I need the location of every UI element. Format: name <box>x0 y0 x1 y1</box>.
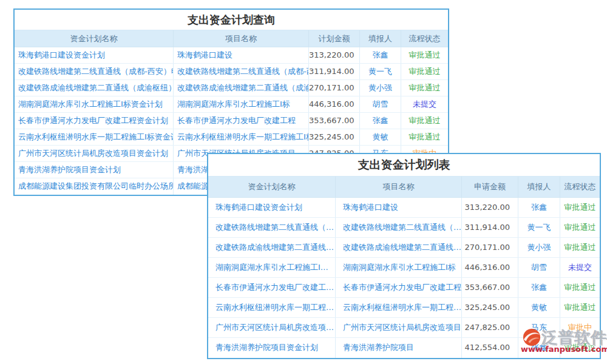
status-cell: 审批通过 <box>401 47 448 63</box>
plan-name-cell[interactable]: 改建铁路线增建第二线直通线（成都-西安）电力 <box>15 64 173 79</box>
table-row[interactable]: 湖南洞庭湖水库引水工程施工I标资金计划湖南洞庭湖水库引水工程施工I标446,31… <box>15 96 448 113</box>
project-name-cell[interactable]: 改建铁路成渝线增建第二直通线（成渝枢纽） <box>173 80 308 96</box>
reporter-cell: 黄小强 <box>518 238 560 257</box>
amount-cell: 412,554.00 <box>461 338 518 358</box>
reporter-cell: 黄敏 <box>359 129 401 145</box>
plan-name-cell[interactable]: 改建铁路线增建第二线直通线（成都-西安）电力 <box>208 218 335 237</box>
column-header: 流程状态 <box>560 177 600 197</box>
project-name-cell[interactable]: 珠海鹤港口建设 <box>173 47 308 63</box>
status-cell: 未提交 <box>401 96 448 112</box>
amount-cell: 353,667.00 <box>308 113 359 129</box>
reporter-cell: 黄一飞 <box>359 64 401 79</box>
amount-cell: 313,220.00 <box>308 47 359 63</box>
watermark-brand-row: 泛普软件 <box>521 328 607 346</box>
reporter-cell: 张鑫 <box>359 113 401 129</box>
status-cell: 审批通过 <box>560 238 600 257</box>
amount-cell: 353,667.00 <box>461 278 518 297</box>
fanpu-logo-icon <box>523 328 541 346</box>
status-cell: 审批通过 <box>560 218 600 237</box>
window-title: 支出资金计划查询 <box>15 10 448 30</box>
project-name-cell[interactable]: 长春市伊通河水力发电厂改建工程 <box>173 113 308 129</box>
column-header: 申请金额 <box>461 177 518 197</box>
amount-cell: 270,171.00 <box>461 238 518 257</box>
project-name-cell[interactable]: 改建铁路线增建第二线直通线（成都-西安） <box>335 218 461 237</box>
amount-cell: 325,245.00 <box>308 129 359 145</box>
plan-name-cell[interactable]: 云南水利枢纽潜明水库一期工程施工I标资金计划 <box>15 129 173 145</box>
amount-cell: 311,914.00 <box>461 218 518 237</box>
plan-name-cell[interactable]: 珠海鹤港口建设资金计划 <box>208 198 335 217</box>
plan-name-cell[interactable]: 湖南洞庭湖水库引水工程施工I标资金计划 <box>15 96 173 112</box>
amount-cell: 313,220.00 <box>461 198 518 217</box>
table-row[interactable]: 珠海鹤港口建设资金计划珠海鹤港口建设313,220.00张鑫审批通过 <box>208 198 600 218</box>
table-row[interactable]: 改建铁路线增建第二线直通线（成都-西安）电力改建铁路线增建第二线直通线（成都-西… <box>208 218 600 238</box>
watermark-brand: 泛普软件 <box>541 328 607 346</box>
column-header: 计划金额 <box>308 30 359 47</box>
status-cell: 审批通过 <box>560 278 600 297</box>
table-row[interactable]: 长春市伊通河水力发电厂改建工程资金计划长春市伊通河水力发电厂改建工程353,66… <box>15 113 448 129</box>
project-name-cell[interactable]: 改建铁路线增建第二线直通线（成都-西安） <box>173 64 308 79</box>
reporter-cell: 黄一飞 <box>518 218 560 237</box>
table-row[interactable]: 云南水利枢纽潜明水库一期工程施工I标资金计划云南水利枢纽潜明水库一期工程施工I标… <box>15 129 448 146</box>
plan-name-cell[interactable]: 长春市伊通河水力发电厂改建工程资金计划 <box>208 278 335 297</box>
project-name-cell[interactable]: 长春市伊通河水力发电厂改建工程 <box>335 278 461 297</box>
plan-name-cell[interactable]: 长春市伊通河水力发电厂改建工程资金计划 <box>15 113 173 129</box>
reporter-cell: 黄敏 <box>518 298 560 317</box>
plan-name-cell[interactable]: 青海洪湖养护院项目资金计划 <box>15 162 173 178</box>
reporter-cell: 胡雪 <box>518 258 560 277</box>
reporter-cell: 张鑫 <box>518 198 560 217</box>
project-name-cell[interactable]: 云南水利枢纽潜明水库一期工程施工I标 <box>335 298 461 317</box>
amount-cell: 311,914.00 <box>308 64 359 79</box>
table-row[interactable]: 云南水利枢纽潜明水库一期工程施工I标资金计划云南水利枢纽潜明水库一期工程施工I标… <box>208 298 600 318</box>
reporter-cell: 黄小强 <box>359 80 401 96</box>
column-header: 项目名称 <box>335 177 461 197</box>
project-name-cell[interactable]: 云南水利枢纽潜明水库一期工程施工I标 <box>173 129 308 145</box>
status-cell: 审批通过 <box>401 64 448 79</box>
column-header: 填报人 <box>359 30 401 47</box>
plan-name-cell[interactable]: 广州市天河区统计局机房改造项目资金计划 <box>208 318 335 337</box>
status-cell: 审批通过 <box>401 129 448 145</box>
plan-name-cell[interactable]: 青海洪湖养护院项目资金计划 <box>208 338 335 358</box>
table-header-row: 资金计划名称项目名称申请金额填报人流程状态 <box>208 177 600 198</box>
project-name-cell[interactable]: 青海洪湖养护院项目 <box>335 338 461 358</box>
column-header: 填报人 <box>518 177 560 197</box>
status-cell: 审批通过 <box>401 113 448 129</box>
plan-name-cell[interactable]: 成都能源建设集团投资有限公司临时办公场所装 <box>15 178 173 195</box>
plan-name-cell[interactable]: 湖南洞庭湖水库引水工程施工I标资金计划 <box>208 258 335 277</box>
table-row[interactable]: 长春市伊通河水力发电厂改建工程资金计划长春市伊通河水力发电厂改建工程353,66… <box>208 278 600 298</box>
plan-name-cell[interactable]: 广州市天河区统计局机房改造项目资金计划 <box>15 146 173 161</box>
column-header: 流程状态 <box>401 30 448 47</box>
project-name-cell[interactable]: 改建铁路成渝线增建第二直通线（成渝枢纽） <box>335 238 461 257</box>
project-name-cell[interactable]: 广州市天河区统计局机房改造项目 <box>335 318 461 337</box>
plan-name-cell[interactable]: 改建铁路成渝线增建第二直通线（成渝枢纽）电 <box>15 80 173 96</box>
window-title: 支出资金计划列表 <box>208 154 600 177</box>
table-row[interactable]: 改建铁路线增建第二线直通线（成都-西安）电力改建铁路线增建第二线直通线（成都-西… <box>15 64 448 80</box>
status-cell: 审批通过 <box>401 80 448 96</box>
amount-cell: 247,825.00 <box>461 318 518 337</box>
vendor-watermark: 泛普软件 www.fanpusoft.com <box>521 328 607 354</box>
table-header-row: 资金计划名称项目名称计划金额填报人流程状态 <box>15 30 448 47</box>
column-header: 资金计划名称 <box>15 30 173 47</box>
watermark-url: www.fanpusoft.com <box>521 345 607 354</box>
plan-name-cell[interactable]: 珠海鹤港口建设资金计划 <box>15 47 173 63</box>
status-cell: 审批通过 <box>560 198 600 217</box>
table-row[interactable]: 改建铁路成渝线增建第二直通线（成渝枢纽）电改建铁路成渝线增建第二直通线（成渝枢纽… <box>15 80 448 96</box>
reporter-cell: 胡雪 <box>359 96 401 112</box>
table-row[interactable]: 改建铁路成渝线增建第二直通线（成渝枢纽）电改建铁路成渝线增建第二直通线（成渝枢纽… <box>208 238 600 258</box>
status-cell: 未提交 <box>560 258 600 277</box>
status-cell: 审批通过 <box>560 298 600 317</box>
table-row[interactable]: 湖南洞庭湖水库引水工程施工I标资金计划湖南洞庭湖水库引水工程施工I标446,31… <box>208 258 600 278</box>
table-row[interactable]: 珠海鹤港口建设资金计划珠海鹤港口建设313,220.00张鑫审批通过 <box>15 47 448 64</box>
plan-name-cell[interactable]: 云南水利枢纽潜明水库一期工程施工I标资金计划 <box>208 298 335 317</box>
reporter-cell: 张鑫 <box>518 278 560 297</box>
reporter-cell: 张鑫 <box>359 47 401 63</box>
amount-cell: 446,316.00 <box>461 258 518 277</box>
amount-cell: 446,316.00 <box>308 96 359 112</box>
column-header: 资金计划名称 <box>208 177 335 197</box>
project-name-cell[interactable]: 珠海鹤港口建设 <box>335 198 461 217</box>
amount-cell: 270,171.00 <box>308 80 359 96</box>
project-name-cell[interactable]: 湖南洞庭湖水库引水工程施工I标 <box>335 258 461 277</box>
app-canvas: { "colors": { "window_border": "#55a9dd"… <box>0 0 607 364</box>
plan-name-cell[interactable]: 改建铁路成渝线增建第二直通线（成渝枢纽）电 <box>208 238 335 257</box>
project-name-cell[interactable]: 湖南洞庭湖水库引水工程施工I标 <box>173 96 308 112</box>
column-header: 项目名称 <box>173 30 308 47</box>
